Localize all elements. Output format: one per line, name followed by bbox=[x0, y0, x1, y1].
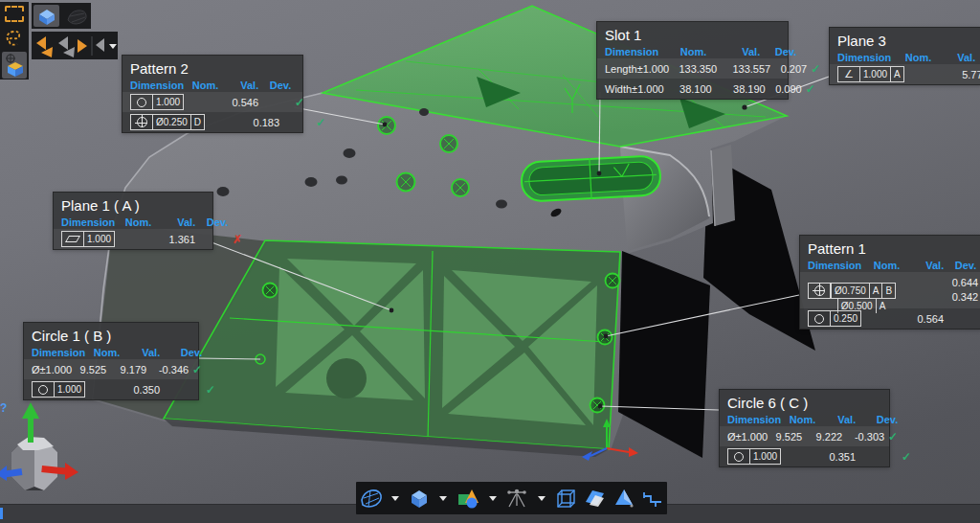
footer-accent-tick bbox=[0, 508, 3, 519]
facet-tools-button[interactable] bbox=[612, 487, 635, 510]
measurement-row: ∠1.000A 5.774 bbox=[830, 64, 980, 84]
status-icon: ✗ bbox=[230, 233, 245, 246]
select-rectangle-button[interactable] bbox=[2, 3, 27, 26]
solid-box-icon bbox=[408, 487, 431, 510]
callout-title: Slot 1 bbox=[597, 22, 788, 45]
col-val: Val. bbox=[153, 216, 197, 228]
measurement-row: 1.000 0.350 ✓ bbox=[24, 379, 198, 399]
previous-view-button[interactable] bbox=[36, 36, 53, 57]
dropdown-caret[interactable] bbox=[489, 496, 497, 501]
col-nom: Nom. bbox=[781, 414, 817, 425]
status-icon: ✓ bbox=[314, 116, 327, 129]
status-icon: ✓ bbox=[204, 383, 217, 397]
status-icon: ✓ bbox=[809, 62, 822, 76]
select-rectangle-icon bbox=[5, 6, 24, 22]
callout-circle-1[interactable]: Circle 1 ( B ) Dimension Nom. Val. Dev. … bbox=[23, 322, 199, 400]
orientation-cube[interactable] bbox=[0, 402, 78, 490]
measurement-row: 1.000 0.351 ✓ bbox=[720, 446, 889, 466]
select-freeform-button[interactable] bbox=[2, 27, 27, 50]
display-mode-toolbar bbox=[32, 3, 91, 29]
measurement-row: 1.000 0.546 ✓ bbox=[122, 92, 302, 112]
col-nom: Nom. bbox=[861, 260, 902, 271]
circularity-symbol-icon bbox=[38, 385, 48, 395]
view-navigation-toolbar bbox=[32, 32, 118, 59]
col-dev: Dev. bbox=[858, 414, 900, 425]
col-dimension: Dimension bbox=[61, 216, 115, 228]
callout-slot-1[interactable]: Slot 1 Dimension Nom. Val. Dev. Length±1… bbox=[596, 21, 789, 100]
col-dev: Dev. bbox=[197, 216, 230, 228]
mesh-tools-icon bbox=[358, 487, 383, 510]
shaded-view-button[interactable] bbox=[33, 5, 59, 27]
solid-tools-button[interactable] bbox=[408, 487, 431, 510]
measurement-row: 0.250 0.564 ✗ bbox=[800, 308, 980, 329]
scanner-tripod-icon bbox=[504, 487, 529, 510]
col-dev: Dev. bbox=[762, 46, 798, 57]
position-symbol-icon bbox=[814, 285, 825, 296]
col-dev: Dev. bbox=[260, 80, 293, 91]
surface-compare-button[interactable] bbox=[583, 487, 607, 510]
mesh-ghost-icon bbox=[65, 7, 88, 26]
dropdown-caret[interactable] bbox=[538, 496, 546, 501]
position-symbol-icon bbox=[137, 117, 147, 127]
datum-alignment-button[interactable] bbox=[640, 487, 665, 510]
callout-title: Circle 1 ( B ) bbox=[24, 323, 198, 346]
col-val: Val. bbox=[817, 414, 858, 425]
col-nom: Nom. bbox=[85, 347, 122, 358]
pick-element-button[interactable] bbox=[2, 52, 27, 79]
selection-toolbar bbox=[0, 2, 29, 80]
callout-circle-6[interactable]: Circle 6 ( C ) Dimension Nom. Val. Dev. … bbox=[719, 389, 890, 467]
circularity-symbol-icon bbox=[734, 452, 744, 462]
callout-pattern-2[interactable]: Pattern 2 Dimension Nom. Val. Dev. 1.000… bbox=[122, 55, 303, 133]
measurement-row: Ø±1.000 9.525 9.222 -0.303 ✓ bbox=[720, 426, 889, 446]
primitive-tools-button[interactable] bbox=[456, 487, 480, 510]
callout-plane-3[interactable]: Plane 3 Dimension Nom. Val. Dev. ∠1.000A… bbox=[829, 27, 980, 85]
pick-element-icon bbox=[3, 53, 26, 78]
col-dimension: Dimension bbox=[605, 46, 658, 57]
mesh-tools-button[interactable] bbox=[358, 487, 383, 510]
callout-title: Plane 3 bbox=[830, 28, 980, 51]
slot-1-feature[interactable] bbox=[521, 154, 661, 203]
feature-creation-toolbar bbox=[356, 482, 667, 514]
dropdown-caret[interactable] bbox=[391, 496, 399, 501]
measurement-row: Width±1.000 38.100 38.190 0.090 ✓ bbox=[597, 79, 788, 99]
status-icon: ✓ bbox=[886, 430, 900, 443]
shaded-box-icon bbox=[36, 7, 57, 26]
status-icon: ✓ bbox=[804, 82, 817, 96]
next-view-button[interactable] bbox=[58, 36, 87, 57]
measurement-row: Ø±1.000 9.525 9.179 -0.346 ✓ bbox=[24, 359, 198, 379]
col-nom: Nom. bbox=[891, 52, 933, 63]
cad-inspection-viewport[interactable]: ? bbox=[0, 0, 980, 523]
col-dimension: Dimension bbox=[808, 260, 861, 271]
col-dimension: Dimension bbox=[130, 80, 184, 91]
measurement-row: 1.000 1.361 ✗ bbox=[54, 229, 212, 249]
dropdown-caret[interactable] bbox=[439, 496, 447, 501]
primitives-icon bbox=[456, 487, 480, 510]
y-axis-arrow bbox=[28, 418, 33, 443]
help-hint: ? bbox=[0, 401, 7, 415]
status-icon: ✓ bbox=[900, 450, 913, 464]
datum-step-icon bbox=[640, 487, 665, 510]
bounding-box-icon bbox=[554, 487, 578, 510]
status-icon: ✓ bbox=[293, 96, 306, 109]
callout-title: Pattern 2 bbox=[122, 56, 302, 79]
callout-title: Plane 1 ( A ) bbox=[54, 193, 212, 216]
measurement-row: Ø0.750AB Ø0.500A 0.6440.342 ✓ bbox=[800, 272, 980, 308]
status-icon: ✓ bbox=[190, 363, 204, 376]
shadow-under-panel bbox=[618, 251, 710, 458]
col-nom: Nom. bbox=[115, 216, 153, 228]
wireframe-view-button[interactable] bbox=[63, 5, 89, 27]
col-nom: Nom. bbox=[658, 46, 708, 57]
bounding-box-button[interactable] bbox=[554, 487, 578, 510]
col-dimension: Dimension bbox=[727, 414, 781, 425]
col-val: Val. bbox=[220, 80, 260, 91]
col-val: Val. bbox=[933, 52, 977, 63]
device-position-button[interactable] bbox=[504, 487, 529, 510]
callout-plane-1[interactable]: Plane 1 ( A ) Dimension Nom. Val. Dev. 1… bbox=[53, 192, 213, 250]
panel-round-cutout bbox=[326, 358, 367, 398]
circularity-symbol-icon bbox=[814, 314, 824, 324]
angularity-symbol-icon: ∠ bbox=[844, 68, 854, 80]
col-nom: Nom. bbox=[184, 80, 220, 91]
callout-pattern-1[interactable]: Pattern 1 Dimension Nom. Val. Dev. Ø0.75… bbox=[799, 235, 980, 330]
step-back-button[interactable] bbox=[96, 38, 104, 52]
view-options-dropdown[interactable] bbox=[109, 44, 117, 49]
